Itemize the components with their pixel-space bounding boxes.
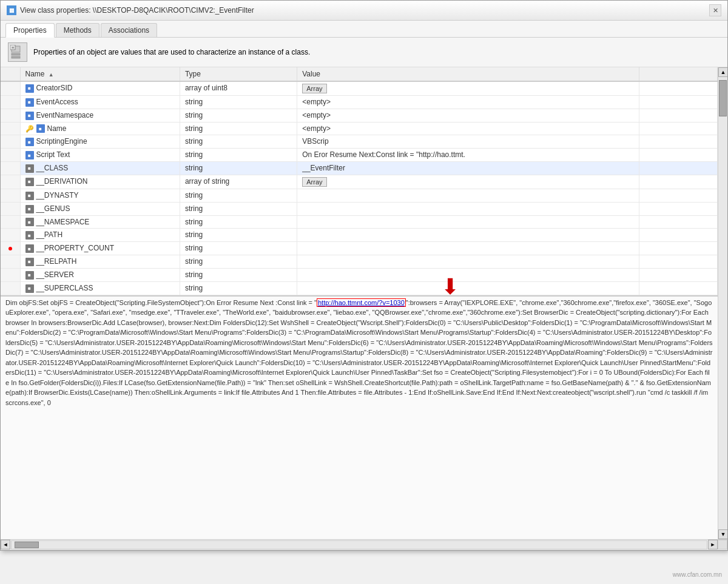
- table-row[interactable]: ■CreatorSIDarray of uint8Array: [1, 81, 718, 96]
- scroll-down-button[interactable]: ▼: [718, 529, 727, 539]
- close-button[interactable]: ✕: [709, 4, 721, 16]
- row-name-text: EventAccess: [36, 98, 78, 106]
- h-scroll-thumb[interactable]: [15, 542, 39, 548]
- row-name-text: __NAMESPACE: [36, 218, 90, 226]
- table-row[interactable]: ■__PROPERTY_COUNTstring: [1, 242, 718, 255]
- row-name: ■__PATH: [20, 229, 180, 242]
- scroll-up-button[interactable]: ▲: [718, 67, 727, 77]
- row-type: string: [180, 149, 297, 162]
- scroll-track[interactable]: [718, 77, 727, 529]
- text-after-url: ":browsers = Array("IEXPLORE.EXE", "chro…: [5, 299, 713, 406]
- row-name-text: __GENUS: [36, 204, 70, 213]
- table-row[interactable]: ■EventAccessstring<empty>: [1, 96, 718, 109]
- table-row[interactable]: ■EventNamespacestring<empty>: [1, 109, 718, 122]
- system-icon: ■: [25, 284, 34, 293]
- row-type: string: [180, 122, 297, 135]
- row-type: string: [180, 109, 297, 122]
- row-indicator: [1, 122, 20, 135]
- row-name: ■ScriptingEngine: [20, 135, 180, 149]
- table-row[interactable]: 🔑■Namestring<empty>: [1, 122, 718, 135]
- row-extra: [639, 122, 718, 135]
- row-value[interactable]: Array: [297, 175, 639, 189]
- col-indicator: [1, 67, 20, 81]
- table-row[interactable]: ■__DYNASTYstring: [1, 189, 718, 202]
- table-row[interactable]: ■__NAMESPACEstring: [1, 215, 718, 229]
- row-name-text: __DERIVATION: [36, 177, 88, 186]
- property-icon: ■: [36, 124, 45, 133]
- row-name-text: __SERVER: [36, 270, 74, 279]
- row-indicator: [1, 189, 20, 202]
- scroll-left-button[interactable]: ◄: [1, 540, 10, 549]
- row-name-text: ScriptingEngine: [36, 137, 87, 146]
- table-row[interactable]: ■ScriptingEnginestringVBScrip: [1, 135, 718, 149]
- property-icon: ■: [25, 112, 34, 120]
- row-value: VBScrip: [297, 135, 639, 149]
- scroll-right-button[interactable]: ►: [708, 540, 718, 549]
- row-name: ■__NAMESPACE: [20, 215, 180, 229]
- row-indicator: [1, 149, 20, 162]
- tab-properties[interactable]: Properties: [5, 23, 55, 38]
- title-bar: ▦ View class properties: \\DESKTOP-D8QAC…: [1, 1, 727, 21]
- svg-text:≡: ≡: [12, 45, 14, 50]
- table-row[interactable]: ■__GENUSstring: [1, 202, 718, 215]
- col-name[interactable]: Name ▲: [20, 67, 180, 81]
- row-extra: [639, 96, 718, 109]
- row-name: ■__RELPATH: [20, 255, 180, 269]
- watermark: www.cfan.com.mn: [673, 571, 722, 578]
- row-extra: [639, 255, 718, 269]
- row-name: ■__SERVER: [20, 268, 180, 281]
- row-type: string: [180, 189, 297, 202]
- row-type: string: [180, 255, 297, 269]
- table-row[interactable]: ■__DERIVATIONarray of stringArray: [1, 175, 718, 189]
- row-indicator: [1, 268, 20, 281]
- properties-table-area: Name ▲ Type Value: [1, 67, 718, 539]
- row-value: [297, 189, 639, 202]
- large-value-area: ⬇Dim objFS:Set objFS = CreateObject("Scr…: [1, 297, 718, 539]
- array-button[interactable]: Array: [302, 84, 326, 93]
- scroll-thumb[interactable]: [719, 80, 727, 116]
- row-name-text: EventNamespace: [36, 111, 94, 119]
- table-row[interactable]: ■__CLASSstring__EventFilter: [1, 162, 718, 175]
- row-type: array of string: [180, 175, 297, 189]
- tab-methods[interactable]: Methods: [56, 23, 99, 37]
- col-value[interactable]: Value: [297, 67, 639, 81]
- properties-table: Name ▲ Type Value: [1, 67, 718, 295]
- table-row[interactable]: ■Script TextstringOn Eror Resume Next:Co…: [1, 149, 718, 162]
- array-button[interactable]: Array: [302, 177, 326, 187]
- scroll-corner: [718, 540, 727, 549]
- tab-associations[interactable]: Associations: [101, 23, 157, 37]
- row-name-text: Name: [47, 124, 67, 133]
- system-icon: ■: [25, 231, 34, 240]
- row-name: 🔑■Name: [20, 122, 180, 135]
- row-name: ■__PROPERTY_COUNT: [20, 242, 180, 255]
- row-name-text: __PATH: [36, 230, 63, 239]
- property-icon: ■: [25, 98, 34, 107]
- table-row[interactable]: ■__PATHstring: [1, 229, 718, 242]
- col-type[interactable]: Type: [180, 67, 297, 81]
- row-indicator: [1, 215, 20, 229]
- row-name-text: __RELPATH: [36, 257, 77, 266]
- row-name: ■EventNamespace: [20, 109, 180, 122]
- row-name: ■__GENUS: [20, 202, 180, 215]
- row-value: [297, 215, 639, 229]
- vertical-scrollbar[interactable]: ▲ ▼: [718, 67, 727, 539]
- row-indicator: [1, 162, 20, 175]
- key-icon: 🔑: [25, 125, 34, 132]
- row-indicator: [1, 229, 20, 242]
- row-indicator: [1, 255, 20, 269]
- row-extra: [639, 189, 718, 202]
- row-name-text: __PROPERTY_COUNT: [36, 244, 114, 252]
- main-window: ▦ View class properties: \\DESKTOP-D8QAC…: [0, 0, 728, 551]
- url-text[interactable]: http://hao.ttmnt.com/?v=1030: [317, 298, 406, 307]
- table-row[interactable]: ■__RELPATHstring: [1, 255, 718, 269]
- arrow-indicator: ⬇: [187, 276, 713, 298]
- row-value[interactable]: Array: [297, 81, 639, 96]
- row-extra: [639, 175, 718, 189]
- row-extra: [639, 149, 718, 162]
- row-type: string: [180, 162, 297, 175]
- h-scroll-track[interactable]: [11, 540, 707, 549]
- description-text: Properties of an object are values that …: [33, 48, 310, 56]
- row-type: string: [180, 242, 297, 255]
- row-name-text: CreatorSID: [36, 84, 73, 92]
- row-name-text: __SUPERCLASS: [36, 284, 93, 292]
